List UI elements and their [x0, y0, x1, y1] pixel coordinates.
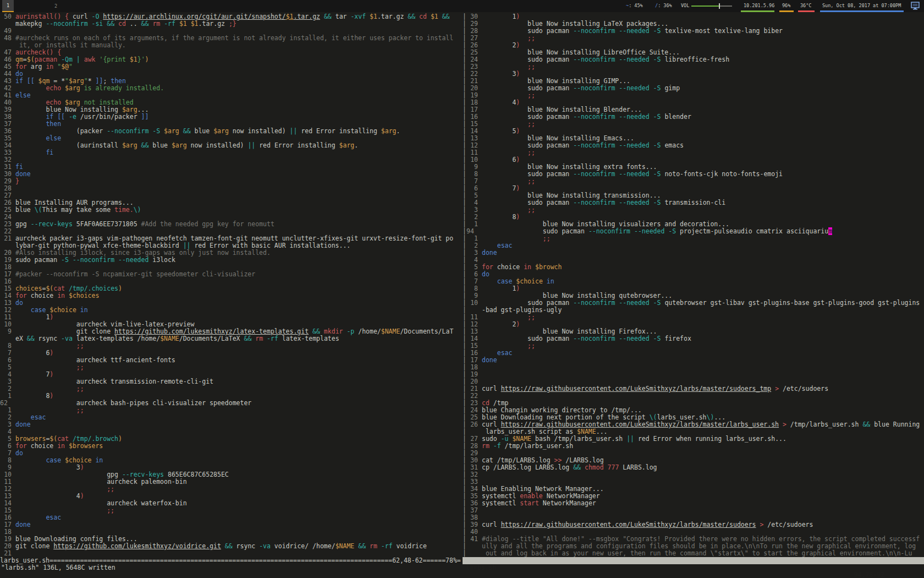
- code-text: sudo pacman --noconfirm --needed -S emac…: [482, 141, 684, 149]
- code-text: choices=$(cat /tmp/.choices): [15, 285, 122, 292]
- code-row: 3done: [0, 421, 463, 428]
- code-text: do: [15, 70, 23, 78]
- code-text: -bad gst-plugins-ugly: [482, 306, 562, 314]
- code-text: 6): [15, 349, 53, 357]
- volume-slider-fill[interactable]: [691, 6, 719, 7]
- code-text: case $choice in: [15, 456, 103, 464]
- code-text: ;;: [482, 342, 535, 350]
- code-text: curl https://raw.githubusercontent.com/L…: [482, 521, 813, 528]
- line-number: 10: [466, 299, 482, 307]
- code-row: makepkg --noconfirm -si && cd .. && rm -…: [0, 20, 463, 28]
- code-text: out and log back in as your new user, th…: [482, 549, 912, 557]
- code-text: curl https://raw.githubusercontent.com/L…: [482, 421, 920, 428]
- code-text: for choice in $choices: [15, 292, 99, 299]
- code-text: 4): [15, 492, 84, 500]
- code-text: ;;: [482, 177, 535, 185]
- line-number: 21: [0, 235, 15, 242]
- code-row: |3done: [463, 249, 924, 257]
- code-text: do: [15, 299, 23, 307]
- code-text: blue Changin working directory to /tmp/.…: [482, 406, 642, 414]
- code-row: 16 esac: [0, 514, 463, 521]
- code-text: do: [482, 270, 490, 278]
- code-text: it, or installs it manually.: [15, 41, 126, 49]
- code-text: sudo pacman --noconfirm --needed -S gimp: [482, 84, 680, 92]
- code-text: done: [15, 521, 31, 528]
- volume-slider-track[interactable]: [720, 6, 732, 7]
- workspace-label: 2: [54, 3, 57, 9]
- code-text: blue Enabling Network Manager...: [482, 485, 604, 493]
- code-text: sudo -u $NAME bash /tmp/larbs_user.sh ||…: [482, 435, 787, 443]
- monitor-icon[interactable]: [911, 2, 920, 10]
- code-row: 15 ;;: [0, 507, 463, 514]
- code-text: case $choice in: [482, 277, 554, 285]
- code-text: aurcheck waterfox-bin: [15, 499, 187, 507]
- code-row: 17done: [0, 521, 463, 528]
- code-text: blue Now installing qutebrowser...: [482, 292, 672, 299]
- pane-separator: |: [463, 550, 466, 557]
- vim-left-pane[interactable]: 50aurinstall() { curl -O https://aur.arc…: [0, 13, 463, 557]
- code-row: 42 echo $arg is already installed.: [0, 85, 463, 92]
- code-row: 32: [0, 156, 463, 163]
- code-text: blue Downloading config files...: [15, 535, 138, 543]
- code-text: ;;: [482, 91, 535, 99]
- workspace-button-2[interactable]: 2: [54, 0, 57, 12]
- code-text: cat /tmp/LARBS.log >> /LARBS.log: [482, 456, 604, 464]
- code-row: | out and log back in as your new user, …: [463, 550, 924, 557]
- line-number: 21: [0, 550, 15, 557]
- code-text: 2): [482, 320, 520, 328]
- ip-underline: [741, 10, 774, 12]
- code-text: aurcheck ttf-ancient-fonts: [15, 356, 175, 364]
- code-text: done: [15, 170, 31, 178]
- code-text: 7): [482, 184, 520, 192]
- code-text: blue Now installing LaTeX packages...: [482, 20, 668, 28]
- code-text: 7): [15, 370, 53, 378]
- code-text: ;;: [15, 363, 84, 371]
- code-text: blue Now installing GIMP...: [482, 77, 630, 85]
- code-text: then: [15, 120, 61, 128]
- code-text: browsers=$(cat /tmp/.browch): [15, 435, 122, 443]
- workspace-button-1[interactable]: 1: [2, 0, 14, 12]
- code-text: blue Now installing Emacs...: [482, 134, 634, 142]
- code-text: blue Now installing Firefox...: [482, 328, 657, 335]
- code-text: sudo pacman --noconfirm --needed -S tran…: [482, 199, 725, 206]
- code-text: if [[ -e /usr/bin/packer ]]: [15, 113, 148, 121]
- code-text: sudo pacman --noconfirm --needed -S libr…: [482, 56, 729, 63]
- line-number: 48: [0, 35, 15, 42]
- statusline-active: larbs.sh 94,78-92 96%: [463, 557, 924, 564]
- code-row: |32: [463, 471, 924, 478]
- code-text: blue Now installing transmission...: [482, 192, 661, 199]
- code-text: esac: [15, 413, 46, 421]
- code-text: #Also installing i3lock, since i3-gaps w…: [15, 249, 271, 257]
- code-row: it, or installs it manually.: [0, 42, 463, 49]
- code-text: sudo pacman --noconfirm --needed -S noto…: [482, 170, 783, 178]
- code-text: systemctl enable NetworkManager: [482, 492, 600, 500]
- code-row: 38 if [[ -e /usr/bin/packer ]]: [0, 113, 463, 121]
- line-number: 41: [466, 536, 482, 543]
- code-text: cd /tmp: [482, 399, 508, 407]
- code-row: 29}: [0, 178, 463, 185]
- code-text: aurcheck() {: [15, 48, 61, 56]
- code-row: 14for choice in $choices: [0, 292, 463, 299]
- code-text: 1): [482, 285, 520, 292]
- code-text: ;;: [15, 385, 84, 392]
- code-text: 3): [482, 70, 520, 78]
- workspace-label: 1: [7, 3, 9, 8]
- code-row: 5 ;;: [0, 364, 463, 371]
- code-text: ully and all the programs and configurat…: [482, 542, 916, 550]
- code-text: do: [15, 449, 23, 457]
- code-text: 6): [482, 156, 520, 163]
- vim-right-pane[interactable]: |30 1)|29 blue Now installing LaTeX pack…: [463, 13, 924, 557]
- code-text: ;;: [482, 313, 535, 321]
- volume-label: VOL: [681, 0, 689, 12]
- code-text: ;;: [15, 342, 84, 350]
- code-row: |37: [463, 507, 924, 514]
- code-text: aurcheck packer i3-gaps vim-pathogen neo…: [15, 235, 453, 242]
- code-row: 33 fi: [0, 149, 463, 156]
- code-row: 19sudo pacman -S --noconfirm --needed i3…: [0, 257, 463, 264]
- temperature-underline: [798, 10, 815, 12]
- code-text: cp /LARBS.log LARBS.log && chmod 777 LAR…: [482, 464, 657, 471]
- code-text: blue Now installing Blender...: [482, 106, 642, 113]
- code-text: sudo pacman --noconfirm --needed -S blen…: [482, 113, 691, 121]
- code-text: lybar-git python-pywal xfce-theme-blackb…: [15, 242, 350, 249]
- code-text: blue \(This may take some time.\): [15, 206, 141, 214]
